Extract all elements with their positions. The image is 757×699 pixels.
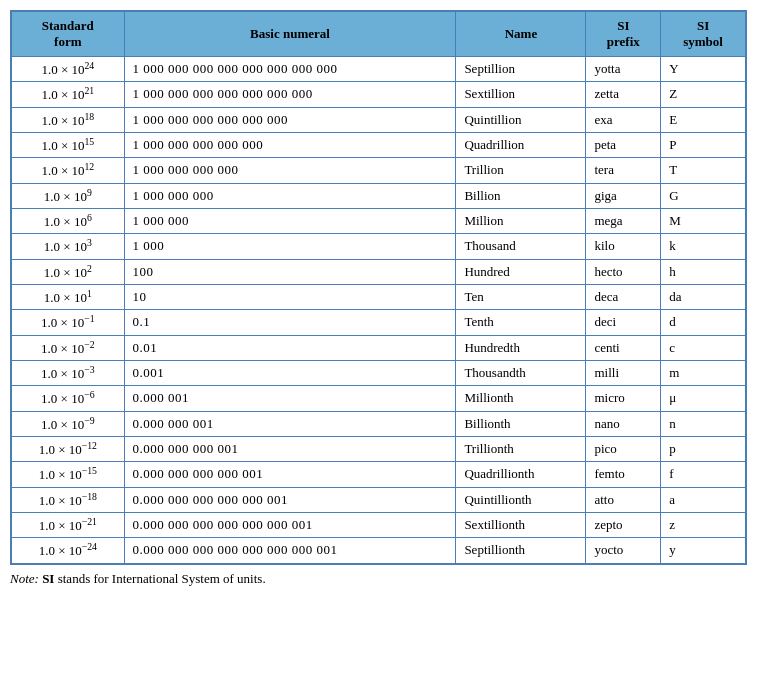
cell-si-symbol: p xyxy=(661,436,746,461)
cell-si-symbol: G xyxy=(661,183,746,208)
cell-name: Trillionth xyxy=(456,436,586,461)
cell-name: Septillionth xyxy=(456,538,586,563)
table-row: 1.0 × 1031 000Thousandkilok xyxy=(12,234,746,259)
table-row: 1.0 × 10151 000 000 000 000 000Quadrilli… xyxy=(12,132,746,157)
col-header-standard: Standardform xyxy=(12,12,125,57)
cell-standard: 1.0 × 10−15 xyxy=(12,462,125,487)
cell-si-prefix: centi xyxy=(586,335,661,360)
cell-si-symbol: c xyxy=(661,335,746,360)
cell-name: Trillion xyxy=(456,158,586,183)
cell-si-symbol: Z xyxy=(661,82,746,107)
cell-si-symbol: da xyxy=(661,284,746,309)
cell-name: Quadrillion xyxy=(456,132,586,157)
cell-name: Thousand xyxy=(456,234,586,259)
table-row: 1.0 × 10241 000 000 000 000 000 000 000 … xyxy=(12,57,746,82)
table-row: 1.0 × 10−120.000 000 000 001Trillionthpi… xyxy=(12,436,746,461)
table-row: 1.0 × 1061 000 000MillionmegaM xyxy=(12,208,746,233)
cell-basic: 0.000 001 xyxy=(124,386,456,411)
cell-standard: 1.0 × 10−1 xyxy=(12,310,125,335)
cell-standard: 1.0 × 10−12 xyxy=(12,436,125,461)
table-row: 1.0 × 10−30.001Thousandthmillim xyxy=(12,360,746,385)
cell-standard: 1.0 × 1021 xyxy=(12,82,125,107)
cell-si-prefix: micro xyxy=(586,386,661,411)
cell-basic: 1 000 000 000 000 000 000 000 xyxy=(124,82,456,107)
cell-si-prefix: pico xyxy=(586,436,661,461)
cell-si-symbol: d xyxy=(661,310,746,335)
cell-si-prefix: exa xyxy=(586,107,661,132)
cell-name: Tenth xyxy=(456,310,586,335)
cell-si-prefix: milli xyxy=(586,360,661,385)
cell-basic: 1 000 000 000 000 000 000 xyxy=(124,107,456,132)
cell-standard: 1.0 × 10−3 xyxy=(12,360,125,385)
cell-standard: 1.0 × 10−21 xyxy=(12,512,125,537)
cell-basic: 1 000 000 000 000 xyxy=(124,158,456,183)
cell-basic: 0.000 000 000 001 xyxy=(124,436,456,461)
cell-basic: 1 000 000 000 000 000 xyxy=(124,132,456,157)
cell-si-symbol: m xyxy=(661,360,746,385)
cell-name: Billion xyxy=(456,183,586,208)
cell-si-prefix: zetta xyxy=(586,82,661,107)
cell-si-prefix: yocto xyxy=(586,538,661,563)
cell-si-symbol: T xyxy=(661,158,746,183)
cell-basic: 0.000 000 000 000 001 xyxy=(124,462,456,487)
cell-name: Sextillionth xyxy=(456,512,586,537)
cell-basic: 0.1 xyxy=(124,310,456,335)
table-row: 1.0 × 10−210.000 000 000 000 000 000 001… xyxy=(12,512,746,537)
cell-si-prefix: yotta xyxy=(586,57,661,82)
cell-standard: 1.0 × 101 xyxy=(12,284,125,309)
cell-name: Septillion xyxy=(456,57,586,82)
cell-si-symbol: μ xyxy=(661,386,746,411)
cell-name: Quintillionth xyxy=(456,487,586,512)
cell-standard: 1.0 × 103 xyxy=(12,234,125,259)
table-note: Note: SI stands for International System… xyxy=(10,571,747,587)
cell-basic: 0.001 xyxy=(124,360,456,385)
cell-si-symbol: y xyxy=(661,538,746,563)
cell-name: Hundredth xyxy=(456,335,586,360)
cell-si-prefix: deci xyxy=(586,310,661,335)
table-row: 1.0 × 102100Hundredhectoh xyxy=(12,259,746,284)
cell-name: Million xyxy=(456,208,586,233)
cell-name: Quintillion xyxy=(456,107,586,132)
cell-name: Thousandth xyxy=(456,360,586,385)
table-row: 1.0 × 10−240.000 000 000 000 000 000 000… xyxy=(12,538,746,563)
cell-si-symbol: n xyxy=(661,411,746,436)
col-header-si-prefix: SIprefix xyxy=(586,12,661,57)
table-row: 1.0 × 10−150.000 000 000 000 001Quadrill… xyxy=(12,462,746,487)
cell-standard: 1.0 × 10−6 xyxy=(12,386,125,411)
table-row: 1.0 × 10−10.1Tenthdecid xyxy=(12,310,746,335)
table-row: 1.0 × 10−20.01Hundredthcentic xyxy=(12,335,746,360)
col-header-name: Name xyxy=(456,12,586,57)
cell-si-symbol: f xyxy=(661,462,746,487)
cell-standard: 1.0 × 10−18 xyxy=(12,487,125,512)
cell-basic: 1 000 000 000 xyxy=(124,183,456,208)
table-row: 1.0 × 10−60.000 001Millionthmicroμ xyxy=(12,386,746,411)
main-table-wrapper: Standardform Basic numeral Name SIprefix… xyxy=(10,10,747,565)
col-header-basic: Basic numeral xyxy=(124,12,456,57)
cell-name: Sextillion xyxy=(456,82,586,107)
cell-name: Hundred xyxy=(456,259,586,284)
cell-si-prefix: zepto xyxy=(586,512,661,537)
cell-si-prefix: mega xyxy=(586,208,661,233)
cell-name: Quadrillionth xyxy=(456,462,586,487)
table-row: 1.0 × 10181 000 000 000 000 000 000Quint… xyxy=(12,107,746,132)
cell-basic: 0.000 000 001 xyxy=(124,411,456,436)
cell-basic: 0.000 000 000 000 000 000 001 xyxy=(124,512,456,537)
cell-basic: 100 xyxy=(124,259,456,284)
cell-si-prefix: tera xyxy=(586,158,661,183)
table-row: 1.0 × 10−180.000 000 000 000 000 001Quin… xyxy=(12,487,746,512)
cell-si-prefix: kilo xyxy=(586,234,661,259)
cell-name: Ten xyxy=(456,284,586,309)
cell-si-prefix: deca xyxy=(586,284,661,309)
cell-si-symbol: z xyxy=(661,512,746,537)
table-row: 1.0 × 10−90.000 000 001Billionthnanon xyxy=(12,411,746,436)
cell-si-prefix: atto xyxy=(586,487,661,512)
cell-basic: 1 000 000 xyxy=(124,208,456,233)
col-header-si-symbol: SIsymbol xyxy=(661,12,746,57)
cell-si-prefix: giga xyxy=(586,183,661,208)
cell-standard: 1.0 × 10−9 xyxy=(12,411,125,436)
table-row: 1.0 × 10211 000 000 000 000 000 000 000S… xyxy=(12,82,746,107)
cell-basic: 0.000 000 000 000 000 001 xyxy=(124,487,456,512)
cell-standard: 1.0 × 1018 xyxy=(12,107,125,132)
cell-si-symbol: k xyxy=(661,234,746,259)
cell-si-symbol: E xyxy=(661,107,746,132)
